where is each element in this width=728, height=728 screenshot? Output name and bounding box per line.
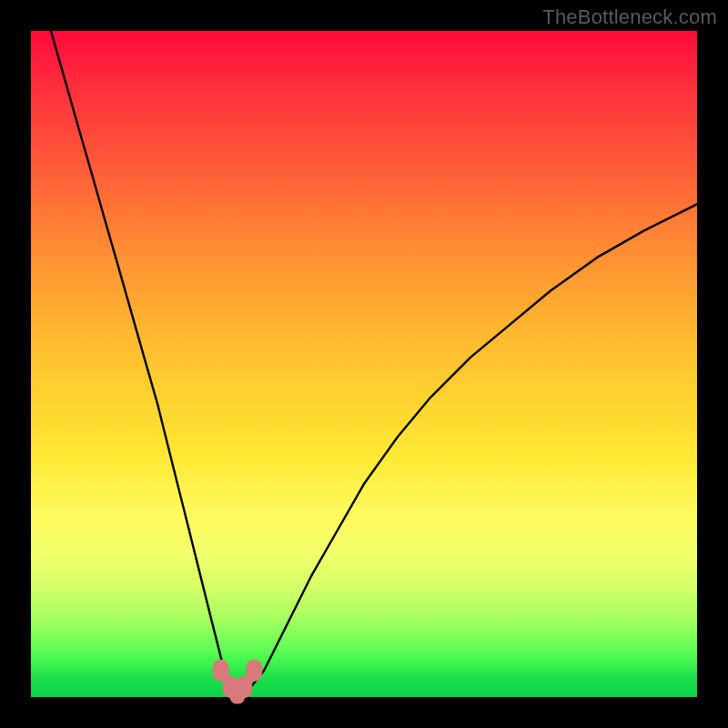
- plot-area: [31, 31, 697, 697]
- marker-right: [246, 660, 262, 682]
- chart-frame: TheBottleneck.com: [0, 0, 728, 728]
- bottleneck-curve: [51, 31, 697, 693]
- curve-svg: [31, 31, 697, 697]
- watermark-text: TheBottleneck.com: [542, 5, 717, 29]
